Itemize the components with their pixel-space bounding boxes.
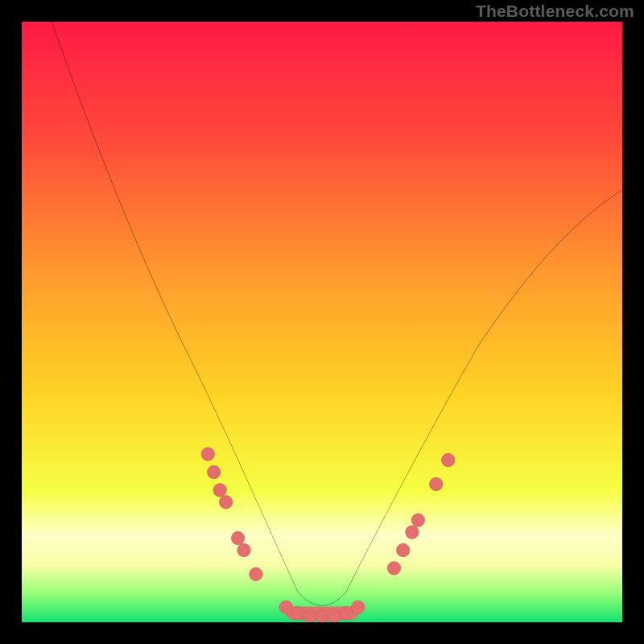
svg-point-10 [303,609,316,622]
svg-point-2 [208,465,221,478]
svg-point-4 [219,496,232,509]
svg-point-18 [411,514,424,526]
svg-point-7 [250,568,262,580]
svg-point-1 [201,448,214,460]
bottleneck-curve [22,22,622,622]
svg-point-14 [352,601,365,613]
svg-point-16 [397,543,410,556]
svg-point-13 [340,607,353,620]
svg-point-11 [316,609,328,622]
svg-point-15 [387,562,400,575]
curve-markers [201,448,455,622]
svg-point-9 [291,607,304,620]
svg-point-19 [430,477,443,490]
svg-point-20 [441,453,454,466]
svg-point-12 [328,609,341,622]
watermark-text: TheBottleneck.com [476,2,634,21]
svg-point-5 [231,531,244,544]
chart-frame [22,22,622,622]
curve-path [52,22,622,605]
svg-point-3 [213,484,226,497]
svg-point-8 [279,601,292,613]
svg-point-6 [237,543,250,556]
svg-point-17 [406,526,419,539]
